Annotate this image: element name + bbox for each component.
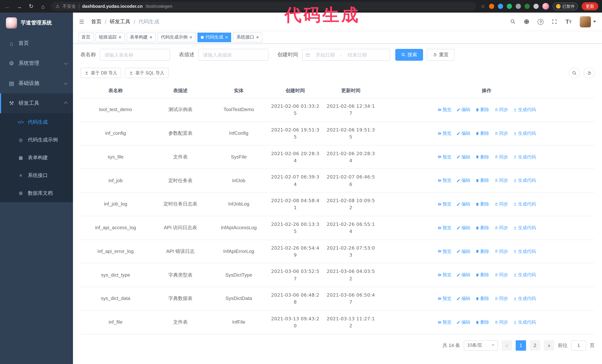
preview-link[interactable]: 预览 — [437, 295, 452, 302]
browser-profile-avatar[interactable] — [542, 3, 549, 10]
preview-link[interactable]: 预览 — [437, 272, 452, 279]
breadcrumb-home[interactable]: 首页 — [91, 18, 101, 25]
generate-code-link[interactable]: 生成代码 — [513, 295, 536, 302]
extension-icon[interactable] — [525, 4, 530, 9]
edit-link[interactable]: 编辑 — [456, 224, 470, 231]
sync-link[interactable]: 同步 — [494, 177, 508, 184]
preview-link[interactable]: 预览 — [437, 319, 452, 326]
sidebar-collapse-button[interactable] — [79, 19, 85, 24]
import-db-button[interactable]: 基于 DB 导入 — [80, 68, 121, 78]
generate-code-link[interactable]: 生成代码 — [513, 130, 536, 137]
github-button[interactable] — [524, 19, 530, 24]
delete-link[interactable]: 删除 — [475, 130, 489, 137]
browser-update-button[interactable]: 更新 — [582, 2, 598, 10]
sync-link[interactable]: 同步 — [494, 154, 508, 160]
table-desc-input[interactable] — [198, 49, 269, 61]
extension-icon[interactable] — [533, 4, 539, 9]
preview-link[interactable]: 预览 — [437, 248, 452, 255]
sidebar-item-codegen-example[interactable]: ◎ 代码生成示例 — [0, 131, 73, 149]
sync-link[interactable]: 同步 — [494, 272, 508, 279]
browser-back-icon[interactable]: ← — [4, 3, 11, 10]
sync-link[interactable]: 同步 — [494, 248, 508, 255]
page-size-select[interactable]: 10条/页 — [464, 340, 498, 351]
generate-code-link[interactable]: 生成代码 — [513, 201, 536, 208]
generate-code-link[interactable]: 生成代码 — [513, 177, 536, 184]
delete-link[interactable]: 删除 — [475, 201, 489, 208]
edit-link[interactable]: 编辑 — [456, 177, 470, 184]
delete-link[interactable]: 删除 — [475, 177, 489, 184]
delete-link[interactable]: 删除 — [475, 248, 489, 255]
tab-codegen[interactable]: 代码生成 × — [197, 32, 231, 42]
tab-tracing[interactable]: 链路追踪 × — [96, 32, 125, 42]
search-button[interactable] — [510, 19, 516, 24]
delete-link[interactable]: 删除 — [475, 295, 489, 302]
fullscreen-button[interactable] — [552, 19, 557, 24]
close-icon[interactable]: × — [189, 35, 192, 40]
tab-home[interactable]: 首页 — [78, 32, 94, 42]
reset-button[interactable]: 重置 — [427, 49, 455, 61]
close-icon[interactable]: × — [225, 35, 228, 40]
sidebar-item-infrastructure[interactable]: ▤ 基础设施 — [0, 73, 73, 93]
sync-link[interactable]: 同步 — [494, 224, 508, 231]
next-page-button[interactable]: › — [544, 340, 554, 351]
generate-code-link[interactable]: 生成代码 — [513, 224, 536, 231]
close-icon[interactable]: × — [150, 35, 152, 40]
edit-link[interactable]: 编辑 — [456, 248, 470, 255]
page-button-2[interactable]: 2 — [530, 340, 540, 351]
extension-icon[interactable] — [489, 4, 494, 9]
generate-code-link[interactable]: 生成代码 — [513, 272, 536, 279]
goto-page-input[interactable] — [571, 340, 586, 351]
sync-link[interactable]: 同步 — [494, 106, 508, 113]
sidebar-item-codegen[interactable]: </> 代码生成 — [0, 113, 73, 131]
sidebar-item-dev-tools[interactable]: ⚒ 研发工具 — [0, 93, 73, 113]
preview-link[interactable]: 预览 — [437, 130, 452, 137]
paused-badge[interactable]: 已暂停 — [553, 2, 578, 10]
tab-codegen-example[interactable]: 代码生成示例 × — [157, 32, 195, 42]
edit-link[interactable]: 编辑 — [456, 295, 470, 302]
extension-icon[interactable] — [507, 4, 512, 9]
delete-link[interactable]: 删除 — [475, 319, 489, 326]
delete-link[interactable]: 删除 — [475, 154, 489, 160]
generate-code-link[interactable]: 生成代码 — [513, 319, 536, 326]
edit-link[interactable]: 编辑 — [456, 201, 470, 208]
preview-link[interactable]: 预览 — [437, 224, 452, 231]
sidebar-item-home[interactable]: ⌂ 首页 — [0, 33, 73, 53]
font-size-button[interactable]: TT — [566, 18, 572, 25]
delete-link[interactable]: 删除 — [475, 224, 489, 231]
generate-code-link[interactable]: 生成代码 — [513, 154, 536, 160]
page-button-1[interactable]: 1 — [516, 340, 526, 351]
extension-icon[interactable] — [516, 4, 521, 9]
preview-link[interactable]: 预览 — [437, 106, 452, 113]
browser-forward-icon[interactable]: → — [16, 3, 23, 10]
generate-code-link[interactable]: 生成代码 — [513, 106, 536, 113]
sync-link[interactable]: 同步 — [494, 130, 508, 137]
edit-link[interactable]: 编辑 — [456, 130, 470, 137]
edit-link[interactable]: 编辑 — [456, 106, 470, 113]
user-menu[interactable] — [580, 16, 596, 27]
close-icon[interactable]: × — [118, 35, 121, 40]
toggle-search-button[interactable] — [569, 67, 580, 79]
breadcrumb-dev-tools[interactable]: 研发工具 — [110, 18, 130, 25]
close-icon[interactable]: × — [256, 35, 259, 40]
sidebar-item-db-doc[interactable]: ⊞ 数据库文档 — [0, 184, 73, 202]
date-end-input[interactable] — [344, 52, 371, 58]
table-name-input[interactable] — [100, 49, 170, 61]
tab-form-builder[interactable]: 表单构建 × — [127, 32, 156, 42]
prev-page-button[interactable]: ‹ — [502, 340, 512, 351]
sync-link[interactable]: 同步 — [494, 295, 508, 302]
sync-link[interactable]: 同步 — [494, 319, 508, 326]
tab-system-api[interactable]: 系统接口 × — [233, 32, 262, 42]
docs-help-button[interactable]: ? — [538, 19, 544, 25]
generate-code-link[interactable]: 生成代码 — [513, 248, 536, 255]
edit-link[interactable]: 编辑 — [456, 272, 470, 279]
date-range-picker[interactable]: - — [302, 49, 390, 61]
sidebar-item-form-builder[interactable]: ▦ 表单构建 — [0, 149, 73, 167]
edit-link[interactable]: 编辑 — [456, 154, 470, 160]
sidebar-item-system-api[interactable]: ≡ 系统接口 — [0, 167, 73, 184]
browser-reload-icon[interactable]: ↻ — [27, 3, 35, 10]
search-button[interactable]: 搜索 — [395, 49, 423, 61]
delete-link[interactable]: 删除 — [475, 272, 489, 279]
bookmark-star-icon[interactable]: ☆ — [481, 3, 485, 9]
import-sql-button[interactable]: 基于 SQL 导入 — [125, 68, 168, 78]
edit-link[interactable]: 编辑 — [456, 319, 470, 326]
